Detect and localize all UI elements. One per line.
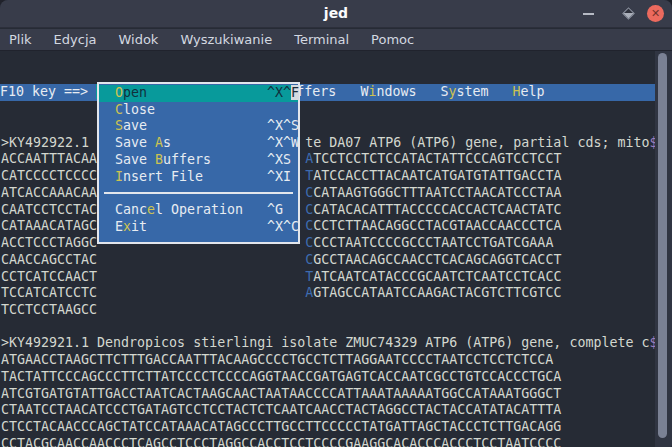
file-menu-item-save-as[interactable]: Save As^X^W <box>99 135 298 152</box>
menubar-item-edycja[interactable]: Edycja <box>43 29 108 51</box>
file-menu-item-cancel-operation[interactable]: Cancel Operation^G <box>99 202 298 219</box>
hotkey-letter: x <box>123 219 131 234</box>
menu-shortcut: ^G <box>267 202 283 219</box>
buffer-line: ATCGTGATGTATTGACCTAATCACTAAGCAACTAATAACC… <box>0 386 672 403</box>
terminal-menubar: PlikEdycjaWidokWyszukiwanieTerminalPomoc <box>0 29 672 51</box>
file-menu-item-insert-file[interactable]: Insert File^XI <box>99 169 298 186</box>
hotkey-letter: O <box>115 85 123 100</box>
jed-menu-help[interactable]: Help <box>513 84 545 99</box>
window-title: jed <box>0 5 672 21</box>
file-menu-item-exit[interactable]: Exit^X^C <box>99 219 298 236</box>
buffer-line: CCTCATCCAACTTATCAATCATACCCGCAATCTCAATCCT… <box>0 269 672 286</box>
menu-shortcut: ^X^W <box>267 135 299 152</box>
menubar-item-plik[interactable]: Plik <box>0 29 43 51</box>
file-menu-item-open[interactable]: Open^X^F <box>99 85 298 102</box>
hotkey-letter: C <box>115 102 123 117</box>
minimize-icon[interactable] <box>583 13 594 15</box>
buffer-line: TACTATTCCCAGCCCTTCTTATCCCCTCCCCAGGTAACCG… <box>0 369 672 386</box>
hotkey-letter: y <box>449 84 457 99</box>
menu-shortcut: ^XS <box>267 152 291 169</box>
menu-shortcut: ^XI <box>267 169 291 186</box>
menu-shortcut: ^X^S <box>267 118 299 135</box>
menu-separator <box>99 185 298 202</box>
buffer-line: CTAATCCTAACATCCCTGATAGTCCTCCTACTCTCAATCA… <box>0 402 672 419</box>
buffer-line: CCTACGCAACCAACCCTCAGCCTCCCTAGGCCACCTCCTC… <box>0 436 672 447</box>
file-menu-item-save[interactable]: Save^X^S <box>99 118 298 135</box>
menu-shortcut: ^X^F <box>267 85 299 102</box>
jed-menu-system[interactable]: System <box>441 84 489 99</box>
hotkey-letter: A <box>155 135 163 150</box>
hotkey-letter: I <box>115 169 123 184</box>
jed-terminal-window: jed ✕ PlikEdycjaWidokWyszukiwanieTermina… <box>0 0 672 447</box>
hotkey-letter: e <box>147 202 155 217</box>
buffer-line: ATGAACCTAAGCTTCTTTGACCAATTTACAAGCCCCTGCC… <box>0 352 672 369</box>
buffer-line: TCCATCATCCTCAGTAGCCATAATCCAAGACTACGTCTTC… <box>0 285 672 302</box>
text-cursor: F <box>291 85 299 100</box>
buffer-line: CAACCAGCCTACCGCCTAACAGCCAACCTCACAGCAGGTC… <box>0 252 672 269</box>
buffer-line: >KY492921.1 Dendropicos stierlingi isola… <box>0 335 672 352</box>
window-titlebar[interactable]: jed ✕ <box>0 0 672 28</box>
menubar-item-pomoc[interactable]: Pomoc <box>360 29 425 51</box>
file-menu-popup: Open^X^FCloseSave^X^SSave As^X^WSave Buf… <box>97 82 300 244</box>
file-menu-item-close[interactable]: Close <box>99 102 298 119</box>
jed-menu-windows[interactable]: Windows <box>360 84 416 99</box>
hotkey-letter: B <box>155 152 163 167</box>
menu-shortcut: ^X^C <box>267 219 299 236</box>
hotkey-letter: H <box>513 84 521 99</box>
hotkey-letter: S <box>115 118 123 133</box>
close-icon[interactable]: ✕ <box>647 5 664 22</box>
menubar-item-terminal[interactable]: Terminal <box>283 29 360 51</box>
buffer-line: TCCTCCTAAGCC <box>0 302 672 319</box>
menubar-item-widok[interactable]: Widok <box>107 29 169 51</box>
menubar-item-wyszukiwanie[interactable]: Wyszukiwanie <box>169 29 283 51</box>
scrollbar-track[interactable] <box>655 51 672 447</box>
buffer-line <box>0 319 672 336</box>
buffer-line: CTCCTACAACCCAGCTATCCATAAACATAGCCCTTGCCTT… <box>0 419 672 436</box>
file-menu-item-save-buffers[interactable]: Save Buffers^XS <box>99 152 298 169</box>
scrollbar-thumb[interactable] <box>658 53 667 438</box>
